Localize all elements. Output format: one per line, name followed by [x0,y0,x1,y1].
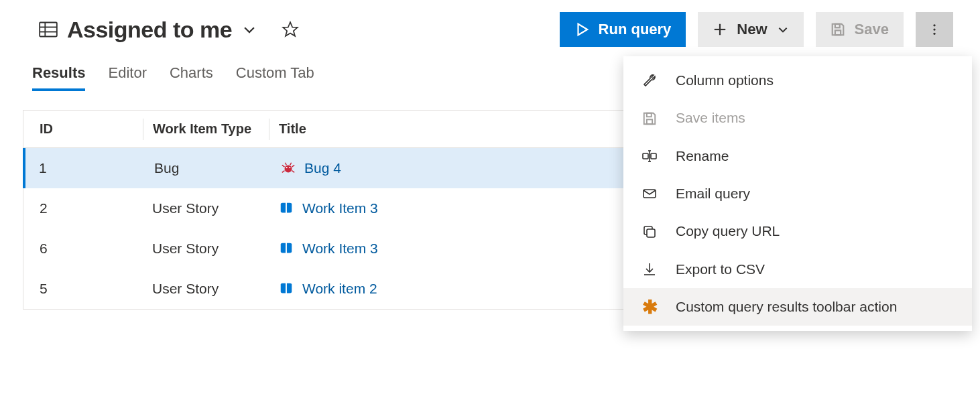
save-label: Save [855,21,889,38]
work-item-link[interactable]: Work item 2 [302,281,377,297]
svg-line-18 [282,171,285,173]
menu-label: Email query [676,184,955,203]
menu-label: Column options [676,71,955,90]
col-type[interactable]: Work Item Type [143,119,269,140]
svg-marker-5 [578,24,587,36]
menu-label: Save items [676,109,955,127]
menu-email-query[interactable]: Email query [623,175,972,212]
svg-line-20 [285,163,286,165]
menu-label: Copy query URL [676,222,955,241]
more-actions-button[interactable] [916,12,953,47]
svg-line-16 [282,165,285,167]
menu-save-items: Save items [623,99,972,137]
tab-charts[interactable]: Charts [170,64,213,91]
work-item-link[interactable]: Work Item 3 [302,200,378,216]
svg-line-21 [290,163,292,165]
svg-point-15 [289,167,290,168]
toolbar: Run query New Save [560,12,953,47]
svg-rect-8 [835,30,840,35]
run-query-button[interactable]: Run query [560,12,686,47]
svg-point-14 [286,167,288,168]
svg-rect-9 [835,24,839,28]
svg-line-19 [292,171,295,173]
cell-id: 1 [25,160,145,176]
cell-type: User Story [143,200,269,216]
work-item-link[interactable]: Work Item 3 [302,241,378,257]
svg-rect-29 [644,190,656,198]
svg-rect-23 [647,113,652,117]
save-icon [641,110,658,127]
page-title[interactable]: Assigned to me [67,17,232,43]
more-actions-menu: Column options Save items Rename [623,56,972,331]
new-label: New [737,21,767,38]
asterisk-icon: ✱ [641,298,658,316]
svg-rect-25 [651,153,656,159]
bug-icon [280,160,296,176]
cell-type: User Story [143,241,269,257]
chevron-down-icon [777,23,789,36]
svg-point-11 [933,28,935,30]
plus-icon [713,22,727,37]
cell-type: User Story [143,281,269,297]
kebab-icon [928,23,941,36]
download-icon [641,261,658,278]
svg-line-17 [292,165,295,167]
work-item-link[interactable]: Bug 4 [304,160,341,176]
menu-copy-url[interactable]: Copy query URL [623,212,972,250]
menu-label: Rename [676,147,955,165]
mail-icon [641,185,658,202]
cell-type: Bug [145,160,271,176]
save-icon [831,22,845,37]
menu-column-options[interactable]: Column options [623,62,972,99]
query-grid-icon [39,21,58,38]
tab-custom[interactable]: Custom Tab [236,64,314,91]
cell-id: 2 [23,200,143,216]
copy-icon [641,223,658,241]
col-id[interactable]: ID [23,121,143,137]
favorite-star-icon[interactable] [282,21,299,38]
svg-point-13 [285,165,292,172]
new-button[interactable]: New [698,12,803,47]
svg-rect-30 [647,229,655,237]
title-chevron-down-icon[interactable] [241,21,257,38]
cell-id: 5 [23,281,143,297]
menu-label: Custom query results toolbar action [676,297,955,316]
book-icon [278,281,294,297]
run-query-label: Run query [599,21,672,38]
menu-export-csv[interactable]: Export to CSV [623,251,972,288]
cell-id: 6 [23,241,143,257]
play-icon [574,22,589,37]
title-group: Assigned to me [39,17,560,43]
svg-rect-0 [40,23,57,37]
svg-point-10 [933,24,935,26]
rename-icon [641,147,658,165]
menu-custom-action[interactable]: ✱ Custom query results toolbar action [623,288,972,326]
menu-rename[interactable]: Rename [623,137,972,175]
svg-rect-22 [647,119,652,124]
svg-rect-24 [643,153,648,159]
book-icon [278,200,294,216]
tab-editor[interactable]: Editor [108,64,146,91]
svg-point-12 [933,33,935,35]
menu-label: Export to CSV [676,260,955,279]
book-icon [278,241,294,257]
svg-marker-4 [283,22,298,36]
tab-results[interactable]: Results [32,64,85,91]
wrench-icon [641,72,658,89]
page-header: Assigned to me Run query New [0,0,980,48]
save-button: Save [816,12,904,47]
